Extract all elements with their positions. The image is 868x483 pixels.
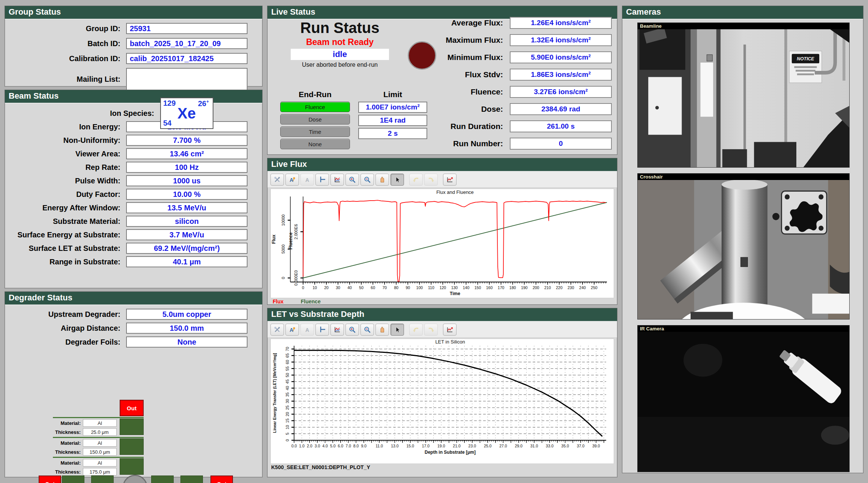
toolbar-zoom-out-button[interactable]	[360, 324, 374, 336]
crosshair-camera-image	[638, 174, 849, 319]
toolbar-zoom-out-button[interactable]	[360, 174, 374, 186]
ir-camera-image	[638, 326, 849, 472]
run-status-heading: Run Status	[300, 20, 379, 36]
svg-text:23.0: 23.0	[469, 444, 476, 448]
cameras-header: Cameras	[622, 6, 863, 20]
end-run-time-button[interactable]: Time	[280, 126, 350, 137]
degrader-graphic: Out Material:Al Thickness:25.0 μm Materi…	[5, 347, 262, 477]
foil3-thickness-label: Thickness:	[55, 469, 81, 475]
maximum-flux-value: 1.32E4 ions/s/cm²	[510, 34, 612, 46]
svg-text:15: 15	[285, 418, 290, 423]
mailing-list-row: Mailing List:	[5, 68, 262, 90]
degrader-stack-out-button[interactable]: Out	[120, 400, 144, 416]
end-run-none-button[interactable]: None	[280, 139, 350, 149]
toolbar-annotate-pen-button[interactable]: A	[285, 324, 299, 336]
toolbar-cursor-button[interactable]	[390, 324, 404, 336]
chart-lines-icon	[333, 326, 341, 333]
hfoil3-position-indicator[interactable]	[151, 476, 174, 483]
toolbar-annotate-pen-button[interactable]: A	[285, 174, 299, 186]
undo-icon	[412, 326, 420, 333]
hfoil1-position-indicator[interactable]	[62, 476, 84, 483]
svg-text:9.0: 9.0	[361, 444, 367, 448]
end-run-dose-button[interactable]: Dose	[280, 114, 350, 124]
svg-text:25.0: 25.0	[484, 444, 492, 448]
zoom-out-icon	[363, 326, 371, 333]
range-in-substrate-value: 40.1 μm	[126, 256, 247, 267]
non-uniformity-value: 7.700 %	[126, 135, 247, 146]
svg-text:LET in Silicon: LET in Silicon	[435, 339, 465, 345]
dose-label: Dose:	[415, 105, 510, 114]
toolbar-chart-lines-button[interactable]	[330, 324, 344, 336]
run-state-readout: idle	[291, 49, 389, 60]
substrate-material-label: Substrate Material:	[5, 217, 126, 226]
mailing-list-input[interactable]	[126, 68, 247, 90]
toolbar-annotate-button[interactable]: A	[300, 174, 314, 186]
zoom-in-icon	[348, 176, 356, 183]
foil3-position-indicator[interactable]	[120, 458, 144, 475]
toolbar-axis-tool-button[interactable]	[315, 174, 329, 186]
main-window: Group Status Group ID: 25931 Batch ID: b…	[0, 0, 868, 483]
let-depth-panel: LET vs Substrate Depth AA LET in Silicon…	[267, 308, 617, 477]
ion-energy-label: Ion Energy:	[5, 123, 126, 131]
toolbar-pan-hand-button[interactable]	[375, 324, 389, 336]
toolbar-zoom-in-button[interactable]	[345, 324, 359, 336]
svg-text:19.0: 19.0	[437, 444, 445, 448]
foil2-position-indicator[interactable]	[120, 438, 144, 455]
ir-camera-label: IR Camera	[638, 326, 849, 332]
live-flux-header: Live Flux	[267, 158, 617, 172]
toolbar-zoom-in-button[interactable]	[345, 174, 359, 186]
substrate-material-value: silicon	[126, 216, 247, 226]
foil1-position-indicator[interactable]	[120, 418, 144, 435]
toolbar-redo-button[interactable]	[424, 174, 438, 186]
svg-text:NOTICE: NOTICE	[797, 56, 814, 62]
pulse-width-label: Pulse Width:	[5, 177, 126, 185]
toolbar-pan-hand-button[interactable]	[375, 174, 389, 186]
toolbar-axis-tool-button[interactable]	[315, 324, 329, 336]
fluence-label: Fluence:	[415, 87, 510, 96]
toolbar-chart-lines-button[interactable]	[330, 174, 344, 186]
hfoil-col-4: Material Al Thickness 50.0 μm	[180, 475, 209, 483]
duty-factor-label: Duty Factor:	[5, 190, 126, 199]
flux-chart-canvas[interactable]: Flux and Fluence0500010000Flux0.000E02.0…	[271, 189, 611, 296]
toolbar-redo-button[interactable]	[424, 324, 438, 336]
upstream-degrader-value: 5.0um copper	[126, 309, 247, 320]
hfoil4-position-indicator[interactable]	[180, 476, 203, 483]
svg-text:21.0: 21.0	[453, 444, 461, 448]
svg-text:6.0: 6.0	[338, 444, 344, 448]
toolbar-cursor-button[interactable]	[390, 174, 404, 186]
duty-factor-value: 10.00 %	[126, 189, 247, 200]
group-id-input[interactable]: 25931	[126, 23, 247, 34]
toolbar-tools-button[interactable]	[270, 174, 284, 186]
svg-text:5000: 5000	[281, 244, 285, 254]
calibration-id-input[interactable]: calib_20251017_182425	[126, 53, 247, 64]
end-run-fluence-button[interactable]: Fluence	[280, 102, 350, 112]
svg-text:37.0: 37.0	[577, 444, 585, 448]
ion-symbol: Xe	[177, 105, 196, 122]
svg-text:130: 130	[451, 285, 458, 290]
svg-text:Fluence: Fluence	[288, 232, 293, 250]
toolbar-annotate-button[interactable]: A	[300, 324, 314, 336]
foil2-thickness-input: 150.0 μm	[83, 448, 117, 456]
svg-text:39.0: 39.0	[592, 444, 600, 448]
toolbar-export-chart-button[interactable]	[443, 174, 457, 186]
svg-text:Depth in Substrate [μm]: Depth in Substrate [μm]	[425, 450, 476, 455]
redo-icon	[427, 176, 435, 183]
run-duration-value: 261.00 s	[510, 120, 612, 132]
hfoil2-position-indicator[interactable]	[91, 476, 114, 483]
let-chart-canvas[interactable]: LET in Silicon05101520253035404550556065…	[271, 339, 611, 462]
annotate-icon: A	[303, 326, 311, 333]
svg-text:55: 55	[285, 366, 290, 371]
batch-id-input[interactable]: batch_2025_10_17_20_09	[126, 38, 247, 49]
toolbar-export-chart-button[interactable]	[443, 324, 457, 336]
degrader-left-out-button[interactable]: Out	[39, 476, 61, 483]
calibration-id-label: Calibration ID:	[5, 54, 126, 63]
rep-rate-value: 100 Hz	[126, 162, 247, 172]
calibration-id-row: Calibration ID: calib_20251017_182425	[5, 53, 262, 64]
degrader-foils-label: Degrader Foils:	[5, 338, 126, 346]
toolbar-tools-button[interactable]	[270, 324, 284, 336]
cursor-icon	[393, 176, 401, 183]
toolbar-undo-button[interactable]	[409, 324, 423, 336]
toolbar-undo-button[interactable]	[409, 174, 423, 186]
svg-text:A: A	[290, 177, 293, 183]
degrader-right-out-button[interactable]: Out	[210, 476, 233, 483]
